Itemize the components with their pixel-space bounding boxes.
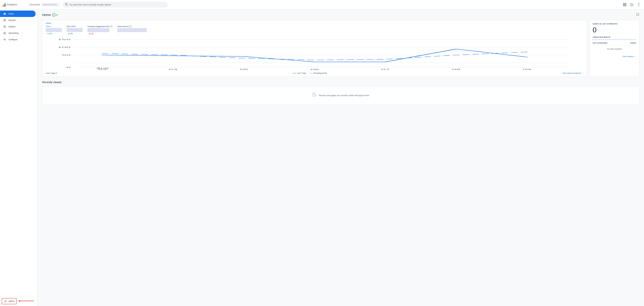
explore-label: Explore <box>8 26 15 28</box>
legend-preceding-period-label: Preceding period <box>314 72 327 74</box>
admin-gear-icon <box>4 300 7 302</box>
home-icon <box>3 12 6 15</box>
new-users-label: New users <box>66 25 83 27</box>
new-users-value-bar <box>66 28 83 32</box>
main-analytics-card: Users ↑ 11.5% New users ↑ 16.8% Average … <box>42 20 587 77</box>
total-revenue-info-icon[interactable]: i <box>129 25 132 28</box>
chart-dashed-line <box>102 52 527 60</box>
header-right-actions: ? <box>622 2 642 8</box>
analytics-logo-icon <box>2 3 6 7</box>
svg-text:150: 150 <box>58 39 71 40</box>
sidebar-item-home[interactable]: Home <box>0 10 36 17</box>
metric-total-revenue: Total revenue i - <box>117 25 146 35</box>
account-name-blurred <box>42 4 57 6</box>
realtime-card: USERS IN LAST 30 MINUTES 0 USERS PER MIN… <box>590 20 639 77</box>
page-title: Home <box>42 13 51 17</box>
configure-icon <box>3 38 6 41</box>
chart-solid-line <box>102 49 527 62</box>
svg-point-15 <box>5 301 6 302</box>
time-selector[interactable]: Last 7 days ▾ <box>46 72 57 74</box>
advertising-label: Advertising <box>8 32 18 34</box>
svg-text:05: 05 <box>240 68 248 70</box>
app-layout: Home Reports Explore <box>0 9 644 306</box>
search-icon <box>65 3 68 6</box>
realtime-section-title: USERS IN LAST 30 MINUTES <box>593 23 636 25</box>
search-bar[interactable]: Try searching "how to activate Google si… <box>62 2 168 8</box>
check-circle-icon: ✓ <box>52 13 56 16</box>
title-dropdown-button[interactable]: ▾ <box>56 13 58 16</box>
avg-engagement-label: Average engagement time i <box>88 25 112 28</box>
countries-header: TOP COUNTRIES USERS <box>593 42 636 44</box>
help-icon: ? <box>630 3 633 6</box>
admin-label: Admin <box>8 300 14 302</box>
legend-last-7-days: Last 7 days <box>293 72 306 74</box>
account-all-accounts: All accounts <box>30 4 40 6</box>
configure-label: Configure <box>8 38 18 41</box>
svg-marker-17 <box>18 300 20 302</box>
view-realtime-link[interactable]: View realtime → <box>622 55 636 58</box>
sidebar-item-reports[interactable]: Reports <box>0 17 36 24</box>
no-data-message: No data available <box>593 46 636 52</box>
account-selector[interactable]: All accounts › ▾ <box>28 3 60 6</box>
realtime-count: 0 <box>593 26 636 34</box>
chart-legend: Last 7 days Preceding period <box>293 72 327 74</box>
avg-engagement-info-icon[interactable]: i <box>110 25 112 28</box>
users-label: Users <box>46 25 62 27</box>
svg-text:04: 04 <box>169 68 178 70</box>
home-label: Home <box>8 12 14 15</box>
avg-engagement-value-bar <box>88 28 109 32</box>
users-value-bar <box>46 28 62 32</box>
red-arrow-indicator <box>18 299 36 304</box>
vertical-dots-icon <box>638 3 639 6</box>
svg-text:100: 100 <box>58 46 71 48</box>
svg-point-10 <box>4 32 6 34</box>
title-status-indicator: ✓ ▾ <box>52 13 58 16</box>
svg-text:0: 0 <box>66 66 71 68</box>
users-change: ↑ 11.5% <box>46 33 62 35</box>
time-selector-chevron-icon: ▾ <box>56 72 57 74</box>
admin-button[interactable]: Admin <box>2 298 17 304</box>
view-reports-snapshot-link[interactable]: View reports snapshot → <box>562 72 584 74</box>
svg-point-8 <box>4 26 6 28</box>
grid-apps-button[interactable] <box>622 2 628 8</box>
top-header: Analytics All accounts › ▾ Try searching… <box>0 0 644 9</box>
sidebar-item-configure[interactable]: Configure <box>0 36 36 43</box>
grid-icon <box>623 3 626 6</box>
legend-solid-line <box>293 73 296 73</box>
realtime-chart-line <box>593 40 636 40</box>
users-column-label: USERS <box>630 42 636 44</box>
legend-last-7-days-label: Last 7 days <box>297 72 306 74</box>
chart-footer: Last 7 days ▾ Last 7 days Preceding peri… <box>46 72 584 74</box>
app-title: Analytics <box>7 3 17 6</box>
metric-new-users: New users ↑ 16.8% <box>66 25 83 35</box>
view-reports-snapshot-text: View reports snapshot → <box>562 72 584 74</box>
logo-area: Analytics <box>2 3 26 7</box>
page-header: Home ✓ ▾ <box>42 13 639 17</box>
svg-point-9 <box>4 26 5 27</box>
recently-viewed-empty-state: Reports and pages you recently visited w… <box>42 86 639 105</box>
sidebar-item-advertising[interactable]: Advertising <box>0 30 36 36</box>
account-chevron-icon: ▾ <box>58 4 58 6</box>
metrics-row: Users ↑ 11.5% New users ↑ 16.8% Average … <box>46 25 584 35</box>
search-placeholder: Try searching "how to activate Google si… <box>69 4 112 6</box>
svg-text:09: 09 <box>523 68 531 70</box>
top-countries-label: TOP COUNTRIES <box>593 42 607 44</box>
svg-text:08: 08 <box>452 68 460 70</box>
sidebar-item-explore[interactable]: Explore <box>0 24 36 30</box>
reports-icon <box>3 19 6 22</box>
page-title-area: Home ✓ ▾ <box>42 13 58 17</box>
new-users-change: ↑ 16.8% <box>66 33 83 35</box>
svg-text:07: 07 <box>381 68 390 70</box>
recently-viewed-title: Recently viewed <box>42 81 639 84</box>
admin-area: Admin <box>0 296 37 306</box>
total-revenue-label: Total revenue i <box>117 25 146 28</box>
recently-viewed-empty-icon <box>312 92 317 99</box>
svg-text:Aug: Aug <box>96 67 109 69</box>
total-revenue-change: - <box>117 33 146 35</box>
svg-text:?: ? <box>631 4 632 6</box>
explore-icon <box>3 25 6 28</box>
help-button[interactable]: ? <box>629 2 635 8</box>
expand-button[interactable] <box>636 13 639 17</box>
metric-avg-engagement: Average engagement time i ↓ 36.2% <box>88 25 112 35</box>
more-options-button[interactable] <box>636 2 642 8</box>
